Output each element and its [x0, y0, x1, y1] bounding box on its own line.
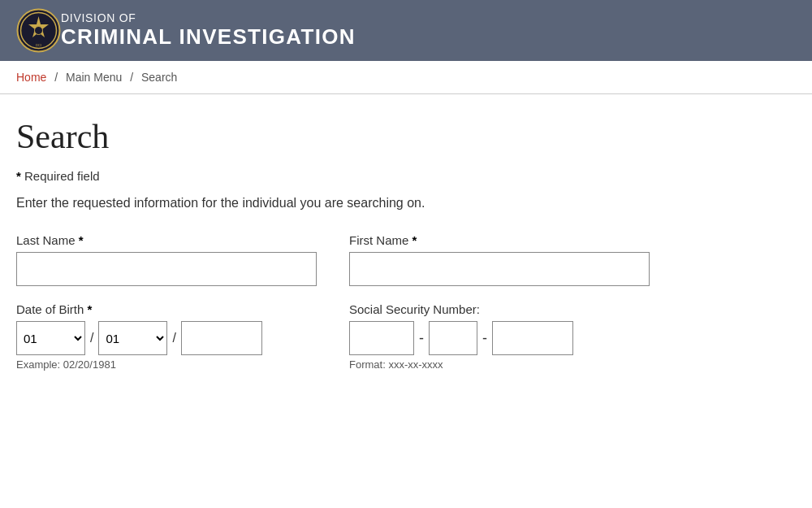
breadcrumb-main-menu: Main Menu [66, 71, 122, 84]
required-star: * [16, 169, 21, 183]
dob-month-select[interactable]: 01 02 03 04 05 06 07 08 09 10 11 12 [16, 321, 85, 355]
dob-inputs: 01 02 03 04 05 06 07 08 09 10 11 12 / 01… [16, 321, 317, 355]
breadcrumb-home-link[interactable]: Home [16, 71, 46, 84]
svg-point-3 [35, 27, 43, 35]
ssn-part1-input[interactable] [349, 321, 414, 355]
first-name-star: * [412, 233, 417, 247]
ssn-hint: Format: xxx-xx-xxxx [349, 358, 650, 371]
last-name-input[interactable] [16, 252, 317, 286]
dob-star: * [88, 302, 93, 316]
breadcrumb: Home / Main Menu / Search [0, 61, 812, 94]
first-name-label: First Name * [349, 233, 650, 247]
required-label: Required field [24, 169, 100, 183]
header-subtitle: DIVISION OF [61, 11, 356, 25]
last-name-label: Last Name * [16, 233, 317, 247]
header-main-title: CRIMINAL INVESTIGATION [61, 24, 356, 50]
dob-sep-1: / [90, 331, 93, 345]
ssn-part3-input[interactable] [492, 321, 573, 355]
page-header: DCI DIVISION OF CRIMINAL INVESTIGATION [0, 0, 812, 61]
dob-day-select[interactable]: 01 02 03 04 05 06 07 08 09 10 11 12 13 1… [98, 321, 167, 355]
dob-hint: Example: 02/20/1981 [16, 358, 317, 371]
last-name-group: Last Name * [16, 233, 317, 286]
page-title: Search [16, 117, 796, 156]
dob-group: Date of Birth * 01 02 03 04 05 06 07 08 … [16, 302, 317, 371]
dob-sep-2: / [172, 331, 175, 345]
header-title-block: DIVISION OF CRIMINAL INVESTIGATION [61, 11, 356, 50]
ssn-sep-2: - [482, 330, 487, 347]
last-name-star: * [79, 233, 84, 247]
ssn-inputs: - - [349, 321, 650, 355]
ssn-part2-input[interactable] [429, 321, 477, 355]
svg-text:DCI: DCI [36, 43, 41, 47]
breadcrumb-current: Search [141, 71, 177, 84]
dci-badge-icon: DCI [16, 8, 61, 53]
main-content: Search * Required field Enter the reques… [0, 94, 812, 411]
ssn-group: Social Security Number: - - Format: xxx-… [349, 302, 650, 371]
breadcrumb-sep-2: / [130, 71, 133, 84]
instructions-text: Enter the requested information for the … [16, 196, 796, 211]
required-note: * Required field [16, 169, 796, 183]
ssn-label: Social Security Number: [349, 302, 650, 316]
name-row: Last Name * First Name * [16, 233, 796, 286]
dob-ssn-row: Date of Birth * 01 02 03 04 05 06 07 08 … [16, 302, 796, 371]
dob-year-input[interactable] [181, 321, 262, 355]
dob-label: Date of Birth * [16, 302, 317, 316]
first-name-group: First Name * [349, 233, 650, 286]
ssn-sep-1: - [419, 330, 424, 347]
breadcrumb-sep-1: / [54, 71, 58, 84]
first-name-input[interactable] [349, 252, 650, 286]
